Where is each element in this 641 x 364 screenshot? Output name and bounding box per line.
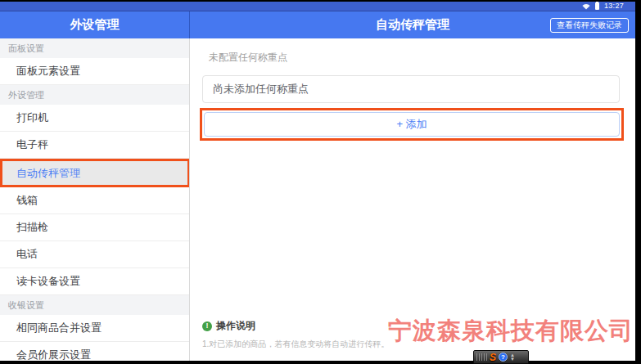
- sidebar-item-phone[interactable]: 电话: [0, 241, 189, 268]
- toolbar-collapse-arrows-icon[interactable]: ▲▼: [510, 353, 515, 362]
- sidebar-item-auto-scale-transfer[interactable]: 自动传秤管理: [0, 159, 190, 187]
- sidebar-item-printer[interactable]: 打印机: [0, 105, 189, 132]
- sidebar-item-cash-drawer[interactable]: 钱箱: [0, 187, 189, 214]
- add-weigh-point-button[interactable]: + 添加: [204, 112, 620, 137]
- empty-state-label: 未配置任何称重点: [209, 51, 635, 65]
- sidebar-section-panel-settings: 面板设置: [0, 38, 189, 58]
- view-failed-records-button[interactable]: 查看传秤失败记录: [550, 18, 629, 33]
- settings-sidebar: 面板设置 面板元素设置 外设管理 打印机 电子秤 自动传秤管理 钱箱 扫描枪 电…: [0, 38, 190, 361]
- add-button-highlight-box: + 添加: [200, 108, 624, 141]
- sidebar-item-card-reader-settings[interactable]: 读卡设备设置: [0, 268, 189, 295]
- sidebar-item-member-price-display[interactable]: 会员价展示设置: [0, 342, 189, 361]
- wifi-icon: [582, 3, 590, 10]
- battery-icon: [595, 2, 599, 10]
- screen-capture-toolbar[interactable]: S ? ▲▼: [473, 350, 529, 364]
- sidebar-item-electronic-scale[interactable]: 电子秤: [0, 132, 189, 159]
- android-status-bar: 13:27: [0, 2, 635, 11]
- help-title-text: 操作说明: [216, 319, 255, 333]
- sidebar-item-panel-elements[interactable]: 面板元素设置: [0, 58, 189, 85]
- sidebar-item-merge-same-products[interactable]: 相同商品合并设置: [0, 315, 189, 342]
- empty-list-placeholder: 尚未添加任何称重点: [202, 75, 620, 103]
- content-body: 面板设置 面板元素设置 外设管理 打印机 电子秤 自动传秤管理 钱箱 扫描枪 电…: [0, 38, 635, 361]
- sidebar-title: 外设管理: [0, 11, 190, 38]
- main-panel: 未配置任何称重点 尚未添加任何称重点 + 添加 ! 操作说明 1.对已添加的商品…: [190, 38, 635, 361]
- sidebar-item-barcode-scanner[interactable]: 扫描枪: [0, 214, 189, 241]
- app-viewport: 13:27 外设管理 自动传秤管理 查看传秤失败记录 面板设置 面板元素设置 外…: [0, 2, 635, 361]
- help-green-icon: !: [202, 321, 212, 331]
- app-header: 外设管理 自动传秤管理 查看传秤失败记录: [0, 11, 635, 38]
- help-line-1: 1.对已添加的商品，若有信息变动将自动进行传秤。: [202, 339, 389, 350]
- sidebar-section-cashier-settings: 收银设置: [0, 295, 189, 315]
- drag-grip-icon[interactable]: [476, 353, 487, 361]
- capture-app-s-icon[interactable]: S: [490, 353, 496, 362]
- sidebar-section-peripherals: 外设管理: [0, 85, 189, 105]
- device-screen: 13:27 外设管理 自动传秤管理 查看传秤失败记录 面板设置 面板元素设置 外…: [0, 0, 641, 364]
- capture-help-icon[interactable]: ?: [499, 353, 508, 362]
- status-time: 13:27: [604, 2, 624, 10]
- operation-instructions: ! 操作说明 1.对已添加的商品，若有信息变动将自动进行传秤。: [202, 319, 389, 350]
